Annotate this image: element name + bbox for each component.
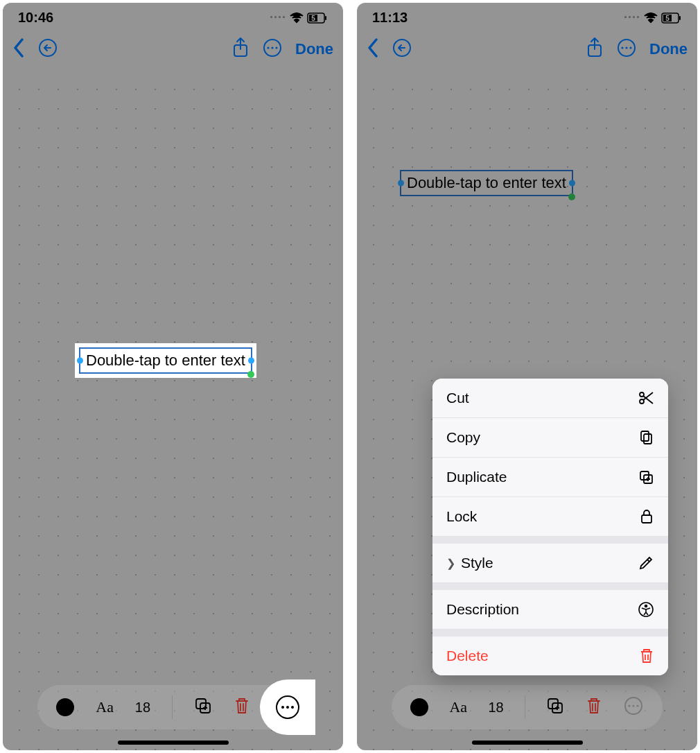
duplicate-tool-icon[interactable] — [546, 697, 564, 718]
svg-point-9 — [275, 46, 277, 49]
menu-duplicate-label: Duplicate — [446, 469, 507, 485]
trash-tool-icon[interactable] — [586, 697, 602, 718]
more-button-highlight[interactable] — [260, 680, 315, 735]
back-button[interactable] — [12, 38, 25, 60]
chevron-right-icon: ❯ — [446, 557, 455, 570]
svg-point-39 — [645, 605, 647, 607]
wifi-icon — [289, 12, 304, 24]
svg-point-13 — [286, 706, 289, 709]
svg-point-12 — [281, 706, 284, 709]
toolbar-divider — [172, 695, 173, 719]
resize-handle-right[interactable] — [248, 358, 254, 364]
menu-separator — [432, 630, 668, 637]
color-swatch-button[interactable] — [56, 698, 74, 716]
more-tool-icon[interactable] — [623, 695, 644, 720]
menu-description[interactable]: Description — [432, 590, 668, 630]
duplicate-tool-icon[interactable] — [194, 697, 212, 718]
done-button[interactable]: Done — [649, 40, 688, 58]
svg-rect-17 — [679, 16, 681, 20]
more-nav-button[interactable] — [616, 37, 637, 61]
home-indicator[interactable] — [118, 741, 229, 745]
svg-rect-37 — [642, 515, 651, 523]
done-button[interactable]: Done — [295, 40, 333, 58]
text-box-selected[interactable]: Double-tap to enter text — [75, 343, 256, 378]
text-box-placeholder: Double-tap to enter text — [86, 352, 245, 369]
menu-delete[interactable]: Delete — [432, 637, 668, 675]
menu-separator — [432, 537, 668, 544]
toolbar-divider — [525, 695, 525, 719]
nav-bar: Done — [357, 28, 697, 73]
clock: 11:13 — [372, 10, 408, 26]
canvas[interactable]: Double-tap to enter text Aa 18 — [3, 73, 343, 750]
resize-handle-right[interactable] — [569, 180, 575, 187]
share-button[interactable] — [231, 37, 250, 62]
font-size-button[interactable]: 18 — [488, 700, 503, 716]
resize-handle-left[interactable] — [398, 180, 404, 187]
svg-point-14 — [291, 706, 294, 709]
svg-point-28 — [628, 704, 630, 707]
context-menu: Cut Copy Duplicate Lock — [432, 379, 668, 675]
more-icon — [276, 695, 299, 719]
rotate-handle[interactable] — [568, 193, 575, 200]
svg-point-29 — [632, 704, 634, 707]
eyedropper-icon — [638, 555, 654, 571]
undo-button[interactable] — [37, 37, 58, 61]
text-box-selected[interactable]: Double-tap to enter text — [396, 166, 577, 200]
svg-rect-33 — [641, 431, 649, 441]
menu-style-label: Style — [461, 555, 493, 571]
duplicate-icon — [638, 469, 654, 485]
menu-lock-label: Lock — [446, 508, 477, 525]
menu-lock[interactable]: Lock — [432, 497, 668, 537]
share-button[interactable] — [586, 37, 604, 62]
text-box-placeholder: Double-tap to enter text — [407, 174, 566, 191]
svg-text:5: 5 — [311, 15, 315, 22]
clock: 10:46 — [18, 10, 53, 26]
svg-point-7 — [267, 46, 269, 49]
phone-screen-right: 11:13 ···· 5 D — [357, 3, 697, 750]
svg-point-30 — [636, 704, 638, 707]
cellular-dots-icon: ···· — [270, 10, 286, 25]
cellular-dots-icon: ···· — [624, 10, 640, 25]
menu-separator — [432, 583, 668, 590]
font-size-button[interactable]: 18 — [135, 700, 150, 716]
svg-point-8 — [271, 46, 273, 49]
svg-point-23 — [625, 46, 627, 49]
trash-icon — [639, 648, 654, 664]
lock-icon — [639, 508, 654, 525]
menu-cut[interactable]: Cut — [432, 379, 668, 418]
menu-style[interactable]: ❯ Style — [432, 544, 668, 583]
status-bar: 10:46 ···· 5 — [3, 3, 343, 28]
format-toolbar: Aa 18 — [392, 685, 663, 729]
menu-delete-label: Delete — [446, 648, 489, 664]
phone-screen-left: 10:46 ···· 5 D — [3, 3, 343, 750]
wifi-icon — [643, 12, 658, 24]
font-button[interactable]: Aa — [449, 698, 467, 716]
color-swatch-button[interactable] — [410, 698, 428, 716]
scissors-icon — [638, 390, 654, 406]
svg-rect-2 — [325, 16, 326, 20]
menu-cut-label: Cut — [446, 390, 469, 406]
nav-bar: Done — [3, 28, 343, 73]
canvas[interactable]: Double-tap to enter text Aa 18 — [357, 73, 697, 750]
svg-point-24 — [629, 46, 631, 49]
svg-text:5: 5 — [665, 15, 670, 22]
menu-copy-label: Copy — [446, 429, 480, 446]
home-indicator[interactable] — [472, 741, 583, 745]
more-nav-button[interactable] — [262, 37, 283, 61]
status-bar: 11:13 ···· 5 — [357, 3, 697, 28]
battery-icon: 5 — [307, 12, 328, 24]
menu-duplicate[interactable]: Duplicate — [432, 458, 668, 497]
menu-description-label: Description — [446, 601, 519, 618]
undo-button[interactable] — [392, 37, 412, 61]
accessibility-icon — [638, 601, 654, 618]
back-button[interactable] — [367, 38, 379, 60]
svg-rect-34 — [644, 434, 651, 444]
trash-tool-icon[interactable] — [234, 697, 250, 718]
battery-icon: 5 — [661, 12, 682, 24]
rotate-handle[interactable] — [247, 371, 254, 378]
font-button[interactable]: Aa — [96, 698, 114, 716]
menu-copy[interactable]: Copy — [432, 418, 668, 458]
svg-point-22 — [621, 46, 623, 49]
resize-handle-left[interactable] — [77, 358, 83, 364]
copy-icon — [638, 429, 654, 446]
